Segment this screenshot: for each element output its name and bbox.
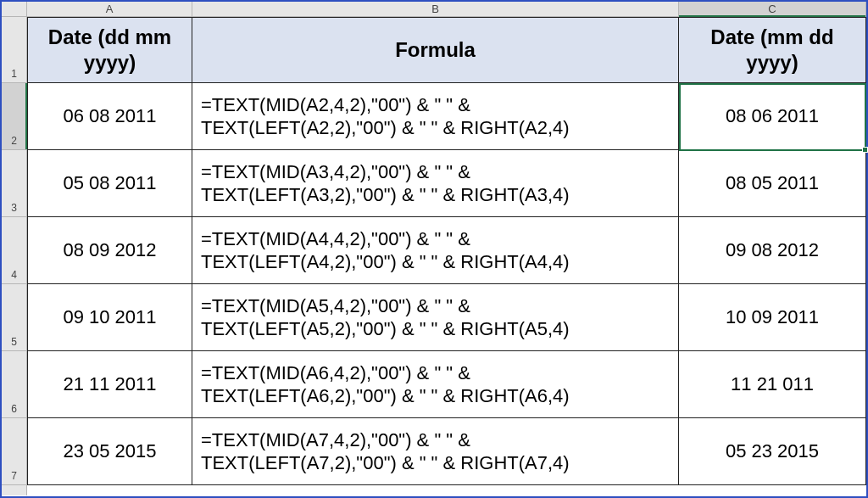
column-header-row: A B C: [2, 2, 866, 17]
spreadsheet-frame: A B C 1 Date (dd mm yyyy) Formula Date (…: [0, 0, 868, 498]
cell-C2[interactable]: 08 06 2011: [679, 83, 866, 150]
cell-B7[interactable]: =TEXT(MID(A7,4,2),"00") & " " & TEXT(LEF…: [192, 418, 679, 485]
header-cell-date-out[interactable]: Date (mm dd yyyy): [679, 17, 866, 83]
cell-B2[interactable]: =TEXT(MID(A2,4,2),"00") & " " & TEXT(LEF…: [192, 83, 679, 150]
grid-body: 1 Date (dd mm yyyy) Formula Date (mm dd …: [2, 17, 866, 496]
table-row: 5 09 10 2011 =TEXT(MID(A5,4,2),"00") & "…: [2, 284, 866, 351]
table-row: 4 08 09 2012 =TEXT(MID(A4,4,2),"00") & "…: [2, 217, 866, 284]
column-header-C[interactable]: C: [679, 2, 866, 16]
cell-C7[interactable]: 05 23 2015: [679, 418, 866, 485]
table-row: 3 05 08 2011 =TEXT(MID(A3,4,2),"00") & "…: [2, 150, 866, 217]
cell-B3[interactable]: =TEXT(MID(A3,4,2),"00") & " " & TEXT(LEF…: [192, 150, 679, 217]
row-header-6[interactable]: 6: [2, 351, 27, 418]
table-header-row: 1 Date (dd mm yyyy) Formula Date (mm dd …: [2, 17, 866, 83]
header-cell-formula[interactable]: Formula: [192, 17, 679, 83]
row-header-7[interactable]: 7: [2, 418, 27, 485]
table-row: 7 23 05 2015 =TEXT(MID(A7,4,2),"00") & "…: [2, 418, 866, 485]
cell-B6[interactable]: =TEXT(MID(A6,4,2),"00") & " " & TEXT(LEF…: [192, 351, 679, 418]
cell-A4[interactable]: 08 09 2012: [27, 217, 192, 284]
row-header-4[interactable]: 4: [2, 217, 27, 284]
cell-C4[interactable]: 09 08 2012: [679, 217, 866, 284]
row-header-3[interactable]: 3: [2, 150, 27, 217]
row-header-5[interactable]: 5: [2, 284, 27, 351]
column-header-A[interactable]: A: [27, 2, 192, 16]
table-row: 6 21 11 2011 =TEXT(MID(A6,4,2),"00") & "…: [2, 351, 866, 418]
header-cell-date-in[interactable]: Date (dd mm yyyy): [27, 17, 192, 83]
row-header-1[interactable]: 1: [2, 17, 27, 83]
cell-C3[interactable]: 08 05 2011: [679, 150, 866, 217]
select-all-corner[interactable]: [2, 2, 27, 16]
cell-A2[interactable]: 06 08 2011: [27, 83, 192, 150]
cell-B5[interactable]: =TEXT(MID(A5,4,2),"00") & " " & TEXT(LEF…: [192, 284, 679, 351]
cell-B4[interactable]: =TEXT(MID(A4,4,2),"00") & " " & TEXT(LEF…: [192, 217, 679, 284]
row-stub: [2, 485, 866, 495]
row-header-2[interactable]: 2: [2, 83, 27, 150]
column-header-B[interactable]: B: [192, 2, 679, 16]
cell-C6[interactable]: 11 21 011: [679, 351, 866, 418]
row-header-8-partial[interactable]: [2, 485, 27, 495]
table-row: 2 06 08 2011 =TEXT(MID(A2,4,2),"00") & "…: [2, 83, 866, 150]
cell-A7[interactable]: 23 05 2015: [27, 418, 192, 485]
cell-C5[interactable]: 10 09 2011: [679, 284, 866, 351]
cell-A5[interactable]: 09 10 2011: [27, 284, 192, 351]
cell-A6[interactable]: 21 11 2011: [27, 351, 192, 418]
cell-A3[interactable]: 05 08 2011: [27, 150, 192, 217]
